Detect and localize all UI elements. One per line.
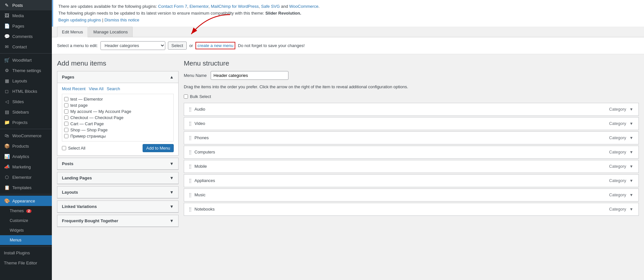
main-content: There are updates available for the foll… [52, 0, 644, 280]
select-menu-wrapper: Select a menu to edit: Header categories… [52, 37, 644, 54]
sidebar-item-analytics[interactable]: 📊 Analytics [0, 151, 52, 162]
sidebar-item-label: Slides [12, 99, 24, 104]
menu-item-computers[interactable]: ⣿ Computers Category ▼ [184, 146, 639, 159]
accordion-frequently-bought-header[interactable]: Frequently Bought Together ▼ [57, 215, 178, 227]
tab-manage-locations[interactable]: Manage Locations [88, 27, 133, 37]
accordion-pages-header[interactable]: Pages ▲ [57, 71, 178, 83]
accordion-posts-header[interactable]: Posts ▼ [57, 158, 178, 170]
menu-item-audio[interactable]: ⣿ Audio Category ▼ [184, 103, 639, 116]
menu-item-computers-expand[interactable]: ▼ [629, 149, 634, 155]
menu-item-notebooks[interactable]: ⣿ Notebooks Category ▼ [184, 203, 639, 216]
sidebar-item-elementor[interactable]: ⬡ Elementor [0, 172, 52, 182]
sidebar-item-install-plugins[interactable]: Install Plugins [0, 248, 52, 258]
menu-item-mobile[interactable]: ⣿ Mobile Category ▼ [184, 160, 639, 173]
sidebar-item-posts[interactable]: ✎ Posts [0, 0, 52, 10]
pages-checkbox-list: test — Elementor test page My account — … [62, 94, 174, 141]
sidebar-separator-3 [0, 194, 52, 194]
add-to-menu-button[interactable]: Add to Menu [143, 144, 174, 152]
page-item-test-elementor: test — Elementor [64, 96, 171, 102]
menu-item-mobile-expand[interactable]: ▼ [629, 164, 634, 169]
page-checkbox-test-page[interactable] [64, 103, 68, 107]
sidebar-item-media[interactable]: 🖼 Media [0, 10, 52, 21]
left-panel-title: Add menu items [57, 59, 179, 67]
accordion-layouts-header[interactable]: Layouts ▼ [57, 187, 178, 198]
sidebar-item-label: Sidebars [12, 110, 29, 115]
select-all-checkbox[interactable] [62, 146, 66, 150]
notice-woocommerce-link[interactable]: WooCommerce [289, 4, 318, 9]
menu-item-audio-type: Category [609, 107, 626, 112]
notice-contact-form-link[interactable]: Contact Form 7 [158, 4, 187, 9]
menu-item-mobile-label: Mobile [194, 164, 207, 169]
subtab-most-recent[interactable]: Most Recent [62, 86, 86, 91]
page-checkbox-cart[interactable] [64, 122, 68, 126]
menu-name-input[interactable] [211, 71, 288, 80]
sidebar-item-marketing[interactable]: 📣 Marketing [0, 162, 52, 172]
menu-item-music[interactable]: ⣿ Music Category ▼ [184, 189, 639, 201]
page-item-cart: Cart — Cart Page [64, 121, 171, 127]
menu-item-audio-expand[interactable]: ▼ [629, 106, 634, 112]
subtab-search[interactable]: Search [107, 86, 120, 91]
menu-item-music-expand[interactable]: ▼ [629, 192, 634, 198]
notice-elementor-link[interactable]: Elementor [190, 4, 209, 9]
menu-item-phones[interactable]: ⣿ Phones Category ▼ [184, 131, 639, 144]
accordion-pages-content: Most Recent View All Search test — Eleme… [57, 83, 178, 155]
drag-handle-computers: ⣿ [189, 150, 192, 154]
page-item-shop: Shop — Shop Page [64, 127, 171, 133]
menu-name-label: Menu Name [184, 73, 207, 78]
sidebar-item-sidebars[interactable]: ▤ Sidebars [0, 107, 52, 117]
sidebar-subitem-widgets[interactable]: Widgets [0, 225, 52, 235]
page-checkbox-primer[interactable] [64, 134, 68, 138]
accordion-linked-variations-header[interactable]: Linked Variations ▼ [57, 201, 178, 213]
notice-begin-link[interactable]: Begin updating plugins [58, 18, 101, 22]
menu-select-dropdown[interactable]: Header categories [100, 41, 165, 50]
menu-item-video-expand[interactable]: ▼ [629, 121, 634, 127]
sidebar-item-theme-settings[interactable]: ⚙ Theme settings [0, 65, 52, 76]
sidebar-item-pages[interactable]: 📄 Pages [0, 21, 52, 31]
menu-name-row: Menu Name [184, 71, 639, 80]
sidebar-item-projects[interactable]: 📁 Projects [0, 117, 52, 128]
sidebar-item-html-blocks[interactable]: ◻ HTML Blocks [0, 86, 52, 96]
menu-item-mobile-type: Category [609, 164, 626, 169]
menu-item-appliances-expand[interactable]: ▼ [629, 178, 634, 184]
sidebar-item-woodmart[interactable]: 🛒 WoodMart [0, 55, 52, 65]
page-item-primer: Пример страницы [64, 133, 171, 139]
accordion-layouts: Layouts ▼ [57, 186, 179, 199]
sidebar-item-label: Contact [12, 44, 27, 49]
notice-safe-svg-link[interactable]: Safe SVG [261, 4, 280, 9]
notice-mailchimp-link[interactable]: MailChimp for WordPress [211, 4, 259, 9]
sidebar-item-layouts[interactable]: ▦ Layouts [0, 76, 52, 86]
page-checkbox-my-account[interactable] [64, 109, 68, 114]
menu-item-notebooks-expand[interactable]: ▼ [629, 206, 634, 212]
sidebar-subitem-menus[interactable]: Menus [0, 235, 52, 245]
page-checkbox-checkout[interactable] [64, 116, 68, 120]
accordion-landing-pages-header[interactable]: Landing Pages ▼ [57, 172, 178, 184]
sidebar-item-products[interactable]: 📦 Products [0, 141, 52, 151]
sidebar-item-contact[interactable]: ✉ Contact [0, 42, 52, 52]
menu-item-notebooks-label: Notebooks [194, 207, 215, 212]
themes-label: Themes [10, 209, 24, 213]
sidebar-item-woocommerce[interactable]: 🛍 WooCommerce [0, 130, 52, 141]
sidebars-icon: ▤ [4, 109, 10, 115]
menu-item-appliances[interactable]: ⣿ Appliances Category ▼ [184, 174, 639, 187]
sidebar-subitem-themes[interactable]: Themes 2 [0, 206, 52, 216]
sidebar-item-slides[interactable]: ◁ Slides [0, 96, 52, 107]
page-checkbox-test-elementor[interactable] [64, 97, 68, 101]
sidebar-item-templates[interactable]: 📋 Templates [0, 182, 52, 193]
tab-edit-menus[interactable]: Edit Menus [57, 27, 88, 37]
pages-footer: Select All Add to Menu [62, 144, 174, 152]
create-new-menu-link[interactable]: create a new menu [195, 42, 235, 49]
page-checkbox-shop[interactable] [64, 128, 68, 132]
sidebar-item-appearance[interactable]: 🎨 Appearance [0, 196, 52, 206]
menu-item-video[interactable]: ⣿ Video Category ▼ [184, 117, 639, 130]
sidebar-item-theme-file-editor[interactable]: Theme File Editor [0, 258, 52, 268]
menu-item-notebooks-type: Category [609, 207, 626, 212]
accordion-posts: Posts ▼ [57, 158, 179, 170]
menu-item-phones-expand[interactable]: ▼ [629, 135, 634, 141]
sidebar-subitem-customize[interactable]: Customize [0, 216, 52, 225]
notice-dismiss-link[interactable]: Dismiss this notice [104, 18, 139, 22]
accordion-landing-pages-chevron: ▼ [170, 176, 174, 180]
sidebar-item-comments[interactable]: 💬 Comments [0, 31, 52, 42]
select-menu-button[interactable]: Select [168, 42, 187, 50]
bulk-select-checkbox[interactable] [184, 94, 188, 99]
subtab-view-all[interactable]: View All [89, 86, 103, 91]
